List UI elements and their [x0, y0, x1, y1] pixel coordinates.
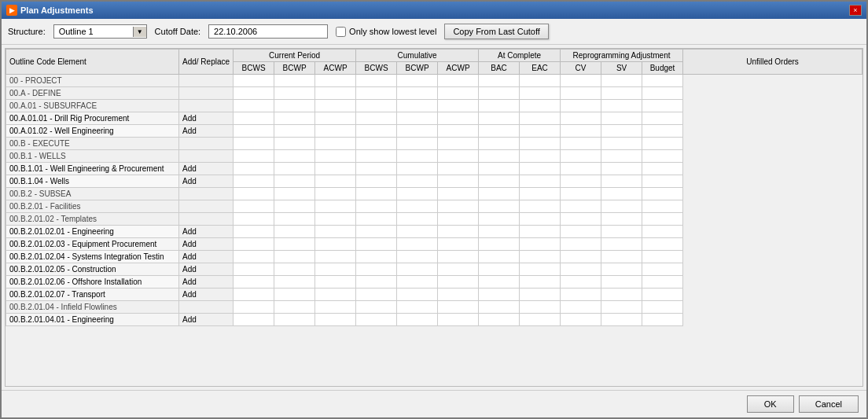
data-cell[interactable]: [479, 289, 520, 301]
chevron-down-icon[interactable]: ▼: [133, 27, 146, 37]
data-cell[interactable]: [315, 263, 356, 276]
data-cell[interactable]: [438, 188, 479, 200]
data-cell[interactable]: [520, 175, 561, 188]
data-cell[interactable]: [438, 238, 479, 251]
data-cell[interactable]: [601, 314, 642, 326]
data-cell[interactable]: [642, 238, 683, 251]
data-cell[interactable]: [561, 200, 601, 213]
data-cell[interactable]: [234, 112, 274, 125]
structure-dropdown[interactable]: Outline 1 ▼: [53, 24, 147, 39]
data-cell[interactable]: [274, 301, 315, 314]
data-cell[interactable]: [479, 188, 520, 200]
data-cell[interactable]: [274, 213, 315, 226]
data-cell[interactable]: [479, 200, 520, 213]
data-cell[interactable]: [315, 289, 356, 301]
data-cell[interactable]: [520, 188, 561, 200]
data-cell[interactable]: [561, 213, 601, 226]
data-cell[interactable]: [315, 75, 356, 87]
data-cell[interactable]: [561, 112, 601, 125]
data-cell[interactable]: [356, 263, 397, 276]
data-cell[interactable]: [438, 301, 479, 314]
data-cell[interactable]: [274, 175, 315, 188]
data-cell[interactable]: [438, 251, 479, 263]
data-cell[interactable]: [479, 251, 520, 263]
data-cell[interactable]: [438, 226, 479, 238]
data-cell[interactable]: [642, 276, 683, 289]
data-cell[interactable]: [520, 238, 561, 251]
data-cell[interactable]: [356, 276, 397, 289]
data-cell[interactable]: [601, 100, 642, 112]
data-cell[interactable]: [356, 289, 397, 301]
data-cell[interactable]: [642, 138, 683, 150]
data-cell[interactable]: [601, 188, 642, 200]
data-cell[interactable]: [479, 138, 520, 150]
data-cell[interactable]: [520, 213, 561, 226]
data-cell[interactable]: [438, 276, 479, 289]
data-cell[interactable]: [601, 226, 642, 238]
data-cell[interactable]: [561, 188, 601, 200]
data-cell[interactable]: [274, 100, 315, 112]
data-cell[interactable]: [561, 251, 601, 263]
data-cell[interactable]: [642, 200, 683, 213]
data-cell[interactable]: [479, 276, 520, 289]
data-cell[interactable]: [274, 112, 315, 125]
data-cell[interactable]: [234, 276, 274, 289]
data-cell[interactable]: [479, 301, 520, 314]
data-cell[interactable]: [397, 175, 438, 188]
data-cell[interactable]: [274, 150, 315, 163]
data-cell[interactable]: [315, 213, 356, 226]
data-cell[interactable]: [234, 75, 274, 87]
data-cell[interactable]: [642, 301, 683, 314]
data-cell[interactable]: [561, 301, 601, 314]
data-cell[interactable]: [315, 112, 356, 125]
only-show-lowest-checkbox[interactable]: [336, 27, 346, 37]
data-cell[interactable]: [479, 112, 520, 125]
data-cell[interactable]: [642, 314, 683, 326]
data-cell[interactable]: [234, 301, 274, 314]
data-cell[interactable]: [234, 138, 274, 150]
data-cell[interactable]: [397, 138, 438, 150]
data-cell[interactable]: [274, 200, 315, 213]
data-cell[interactable]: [479, 163, 520, 175]
data-cell[interactable]: [397, 276, 438, 289]
data-cell[interactable]: [234, 188, 274, 200]
data-cell[interactable]: [520, 100, 561, 112]
data-cell[interactable]: [315, 200, 356, 213]
data-cell[interactable]: [397, 125, 438, 138]
data-cell[interactable]: [438, 163, 479, 175]
data-cell[interactable]: [234, 150, 274, 163]
data-cell[interactable]: [438, 75, 479, 87]
data-cell[interactable]: [561, 75, 601, 87]
data-cell[interactable]: [356, 87, 397, 100]
data-cell[interactable]: [356, 175, 397, 188]
data-cell[interactable]: [479, 87, 520, 100]
data-cell[interactable]: [561, 226, 601, 238]
ok-button[interactable]: OK: [747, 395, 794, 413]
data-cell[interactable]: [561, 289, 601, 301]
data-cell[interactable]: [234, 175, 274, 188]
data-cell[interactable]: [438, 100, 479, 112]
data-cell[interactable]: [642, 226, 683, 238]
data-cell[interactable]: [397, 200, 438, 213]
data-cell[interactable]: [234, 125, 274, 138]
data-cell[interactable]: [642, 150, 683, 163]
data-cell[interactable]: [561, 238, 601, 251]
data-cell[interactable]: [479, 263, 520, 276]
data-cell[interactable]: [601, 263, 642, 276]
data-cell[interactable]: [274, 251, 315, 263]
data-cell[interactable]: [274, 276, 315, 289]
data-cell[interactable]: [479, 238, 520, 251]
data-cell[interactable]: [274, 238, 315, 251]
data-cell[interactable]: [397, 251, 438, 263]
data-cell[interactable]: [601, 112, 642, 125]
data-cell[interactable]: [274, 289, 315, 301]
data-cell[interactable]: [642, 289, 683, 301]
data-cell[interactable]: [356, 301, 397, 314]
data-cell[interactable]: [438, 138, 479, 150]
data-cell[interactable]: [642, 100, 683, 112]
data-cell[interactable]: [356, 163, 397, 175]
data-cell[interactable]: [234, 100, 274, 112]
data-cell[interactable]: [642, 125, 683, 138]
data-cell[interactable]: [520, 87, 561, 100]
cancel-button[interactable]: Cancel: [799, 395, 859, 413]
